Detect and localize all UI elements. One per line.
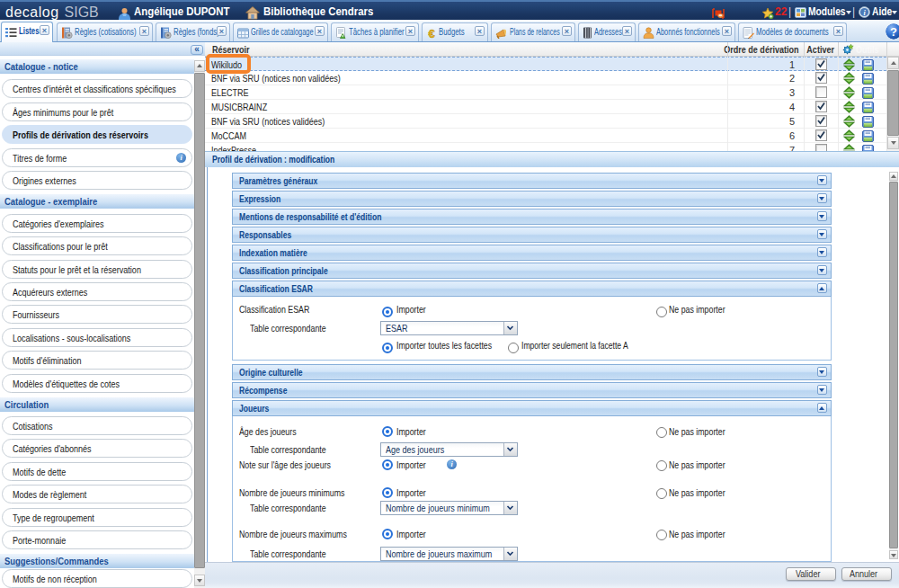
svg-text:?: ? [890, 25, 897, 39]
svg-text:€: € [428, 27, 434, 39]
